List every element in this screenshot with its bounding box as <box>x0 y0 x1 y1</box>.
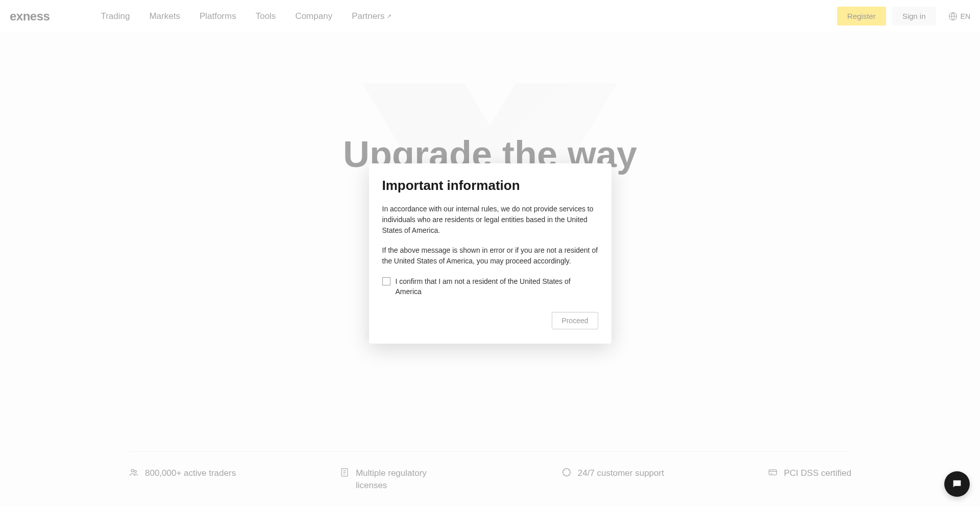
confirm-checkbox[interactable] <box>382 277 390 285</box>
chat-icon <box>951 478 963 490</box>
checkbox-label[interactable]: I confirm that I am not a resident of th… <box>396 277 598 297</box>
modal-footer: Proceed <box>382 312 598 329</box>
modal-paragraph: If the above message is shown in error o… <box>382 245 598 267</box>
modal-overlay: Important information In accordance with… <box>0 0 980 507</box>
modal-checkbox-row: I confirm that I am not a resident of th… <box>382 277 598 297</box>
important-information-modal: Important information In accordance with… <box>369 163 611 344</box>
modal-paragraph: In accordance with our internal rules, w… <box>382 204 598 236</box>
chat-bubble[interactable] <box>944 471 970 497</box>
proceed-button[interactable]: Proceed <box>552 312 598 329</box>
modal-title: Important information <box>382 178 598 194</box>
